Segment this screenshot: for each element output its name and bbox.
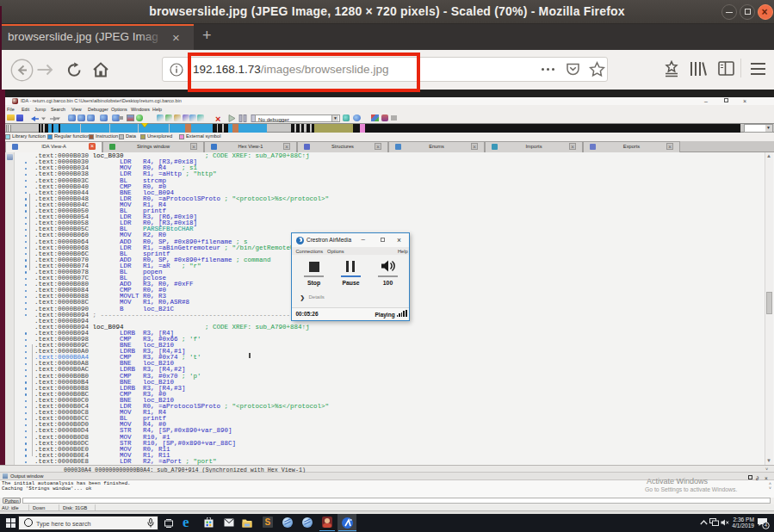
svg-text:4: 4 bbox=[765, 523, 767, 528]
